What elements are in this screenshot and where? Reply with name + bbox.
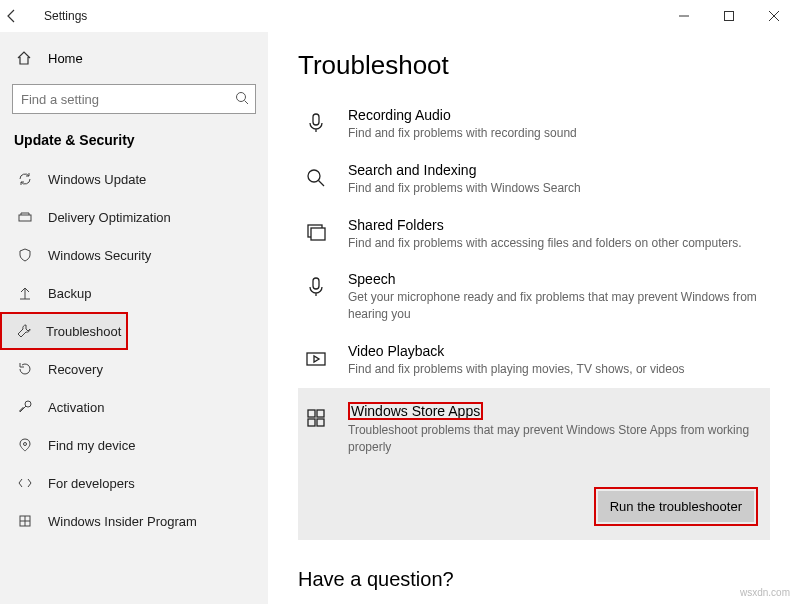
sidebar-item-label: Windows Update xyxy=(48,172,146,187)
maximize-button[interactable] xyxy=(706,1,751,31)
svg-point-10 xyxy=(24,443,27,446)
sidebar-item-delivery-optimization[interactable]: Delivery Optimization xyxy=(0,198,268,236)
back-button[interactable] xyxy=(4,8,36,24)
delivery-icon xyxy=(16,208,34,226)
troubleshoot-item-desc: Find and fix problems with playing movie… xyxy=(348,361,685,378)
troubleshoot-item-label: Search and Indexing xyxy=(348,162,581,178)
mic-icon xyxy=(302,109,330,137)
sidebar: Home Update & Security Windows Update De… xyxy=(0,32,268,604)
search-icon xyxy=(302,164,330,192)
shield-icon xyxy=(16,246,34,264)
sidebar-item-label: For developers xyxy=(48,476,135,491)
minimize-button[interactable] xyxy=(661,1,706,31)
sidebar-item-troubleshoot[interactable]: Troubleshoot xyxy=(0,312,128,350)
troubleshoot-item-label: Speech xyxy=(348,271,766,287)
sidebar-item-for-developers[interactable]: For developers xyxy=(0,464,268,502)
troubleshoot-item-search-indexing[interactable]: Search and Indexing Find and fix problem… xyxy=(298,152,770,207)
wrench-icon xyxy=(16,322,32,340)
sidebar-item-label: Troubleshoot xyxy=(46,324,121,339)
troubleshoot-item-label: Recording Audio xyxy=(348,107,577,123)
svg-point-4 xyxy=(237,93,246,102)
mic-icon xyxy=(302,273,330,301)
troubleshoot-item-speech[interactable]: Speech Get your microphone ready and fix… xyxy=(298,261,770,333)
troubleshoot-item-label: Shared Folders xyxy=(348,217,742,233)
troubleshoot-item-desc: Find and fix problems with recording sou… xyxy=(348,125,577,142)
video-icon xyxy=(302,345,330,373)
troubleshoot-item-desc: Find and fix problems with accessing fil… xyxy=(348,235,742,252)
key-icon xyxy=(16,398,34,416)
recovery-icon xyxy=(16,360,34,378)
titlebar: Settings xyxy=(0,0,800,32)
troubleshoot-item-label: Video Playback xyxy=(348,343,685,359)
home-icon xyxy=(16,50,34,66)
sidebar-item-windows-update[interactable]: Windows Update xyxy=(0,160,268,198)
sidebar-item-label: Windows Insider Program xyxy=(48,514,197,529)
main-content: Troubleshoot Recording Audio Find and fi… xyxy=(268,32,800,604)
troubleshoot-item-desc: Troubleshoot problems that may prevent W… xyxy=(348,422,766,456)
svg-rect-20 xyxy=(317,410,324,417)
sidebar-item-label: Recovery xyxy=(48,362,103,377)
troubleshoot-item-label: Windows Store Apps xyxy=(348,402,483,420)
page-title: Troubleshoot xyxy=(298,50,770,81)
svg-rect-16 xyxy=(311,228,325,240)
sidebar-nav: Windows Update Delivery Optimization Win… xyxy=(0,160,268,604)
svg-rect-21 xyxy=(308,419,315,426)
svg-rect-18 xyxy=(307,353,325,365)
sidebar-item-windows-insider[interactable]: Windows Insider Program xyxy=(0,502,268,540)
code-icon xyxy=(16,474,34,492)
insider-icon xyxy=(16,512,34,530)
troubleshoot-item-desc: Get your microphone ready and fix proble… xyxy=(348,289,766,323)
svg-rect-22 xyxy=(317,419,324,426)
search-input[interactable] xyxy=(12,84,256,114)
sidebar-item-label: Delivery Optimization xyxy=(48,210,171,225)
sidebar-item-label: Find my device xyxy=(48,438,135,453)
svg-point-13 xyxy=(308,170,320,182)
troubleshoot-item-windows-store-apps[interactable]: Windows Store Apps Troubleshoot problems… xyxy=(298,388,770,541)
svg-rect-6 xyxy=(19,215,31,221)
sidebar-item-find-my-device[interactable]: Find my device xyxy=(0,426,268,464)
svg-rect-19 xyxy=(308,410,315,417)
search-wrap xyxy=(12,84,256,114)
sidebar-item-backup[interactable]: Backup xyxy=(0,274,268,312)
svg-line-5 xyxy=(245,101,249,105)
run-troubleshooter-button[interactable]: Run the troubleshooter xyxy=(598,491,754,522)
folder-icon xyxy=(302,219,330,247)
sidebar-item-activation[interactable]: Activation xyxy=(0,388,268,426)
window-title: Settings xyxy=(36,9,87,23)
close-button[interactable] xyxy=(751,1,796,31)
backup-icon xyxy=(16,284,34,302)
troubleshoot-item-desc: Find and fix problems with Windows Searc… xyxy=(348,180,581,197)
troubleshoot-item-shared-folders[interactable]: Shared Folders Find and fix problems wit… xyxy=(298,207,770,262)
sync-icon xyxy=(16,170,34,188)
sidebar-item-windows-security[interactable]: Windows Security xyxy=(0,236,268,274)
watermark: wsxdn.com xyxy=(740,587,790,598)
sidebar-item-recovery[interactable]: Recovery xyxy=(0,350,268,388)
sidebar-home-label: Home xyxy=(48,51,83,66)
location-icon xyxy=(16,436,34,454)
troubleshoot-item-video-playback[interactable]: Video Playback Find and fix problems wit… xyxy=(298,333,770,388)
question-title: Have a question? xyxy=(298,568,770,591)
sidebar-section-title: Update & Security xyxy=(0,128,268,160)
sidebar-item-label: Windows Security xyxy=(48,248,151,263)
sidebar-home[interactable]: Home xyxy=(0,42,268,74)
svg-rect-1 xyxy=(724,12,733,21)
sidebar-item-label: Backup xyxy=(48,286,91,301)
search-icon xyxy=(234,90,250,106)
svg-rect-17 xyxy=(313,278,319,289)
troubleshoot-item-recording-audio[interactable]: Recording Audio Find and fix problems wi… xyxy=(298,97,770,152)
store-icon xyxy=(302,404,330,432)
sidebar-item-label: Activation xyxy=(48,400,104,415)
svg-line-14 xyxy=(319,180,325,186)
svg-rect-12 xyxy=(313,114,319,125)
